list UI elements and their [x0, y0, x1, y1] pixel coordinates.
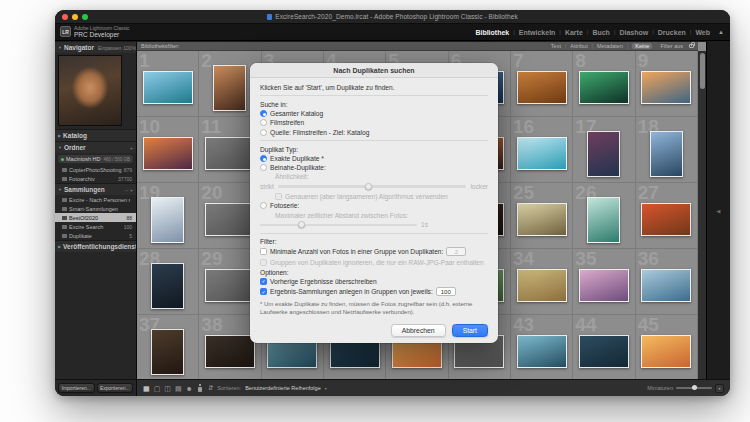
zoom-level-option[interactable]: 100%: [123, 45, 136, 51]
grid-cell[interactable]: 7: [511, 51, 573, 117]
photo-thumbnail[interactable]: [579, 71, 629, 104]
grid-cell[interactable]: 16: [511, 117, 573, 183]
navigator-header[interactable]: ▼ Navigator Einpassen 100%: [55, 42, 136, 53]
sort-value-dropdown[interactable]: Benutzerdefinierte Reihenfolge: [245, 385, 321, 391]
radio-fotoserie[interactable]: Fotoserie:: [260, 202, 488, 209]
remove-collection-icon[interactable]: −: [125, 187, 128, 193]
radio-exakte-duplikate[interactable]: Exakte Duplikate *: [260, 155, 488, 162]
radio-button[interactable]: [260, 202, 267, 209]
radio-button-selected[interactable]: [260, 110, 267, 117]
right-panel-collapsed[interactable]: ◀: [706, 42, 730, 379]
module-bibliothek[interactable]: Bibliothek: [471, 29, 513, 36]
photo-thumbnail[interactable]: [579, 335, 629, 368]
module-buch[interactable]: Buch: [588, 29, 614, 36]
module-drucken[interactable]: Drucken: [654, 29, 690, 36]
grid-cell[interactable]: 34: [511, 249, 573, 315]
grid-cell[interactable]: 43: [511, 315, 573, 379]
collections-panel-header[interactable]: ▼ Sammlungen − +: [55, 183, 136, 195]
grid-cell[interactable]: 9: [636, 51, 698, 117]
grid-cell[interactable]: 36: [636, 249, 698, 315]
grid-cell[interactable]: 27: [636, 183, 698, 249]
min-photos-field[interactable]: 2: [446, 247, 466, 256]
photo-thumbnail[interactable]: [143, 137, 193, 170]
radio-button[interactable]: [260, 129, 267, 136]
radio-button[interactable]: [260, 164, 267, 171]
photo-thumbnail[interactable]: [517, 203, 567, 236]
checkbox-result-collections[interactable]: ✓ Ergebnis-Sammlungen anlegen in Gruppen…: [260, 287, 488, 296]
checkbox-min-photos[interactable]: Minimale Anzahl von Fotos in einer Grupp…: [260, 247, 488, 256]
radio-button-selected[interactable]: [260, 155, 267, 162]
survey-view-icon[interactable]: ▤: [175, 385, 182, 392]
collection-row[interactable]: Smart-Sammlungen: [55, 204, 136, 213]
photo-thumbnail[interactable]: [151, 263, 184, 309]
catalog-panel-header[interactable]: ▶ Katalog: [55, 129, 136, 141]
radio-button[interactable]: [260, 119, 267, 126]
collection-row[interactable]: Excire - Nach Personen suchen: [55, 195, 136, 204]
radio-filmstreifen[interactable]: Filmstreifen: [260, 119, 488, 126]
photo-thumbnail[interactable]: [151, 329, 184, 375]
panel-toggle-icon[interactable]: ▲: [718, 29, 724, 35]
grid-cell[interactable]: 18: [636, 117, 698, 183]
thumbnail-size-slider[interactable]: [676, 387, 712, 389]
export-button[interactable]: Exportieren...: [97, 383, 134, 393]
checkbox-checked[interactable]: ✓: [260, 288, 267, 295]
photo-thumbnail[interactable]: [151, 197, 184, 243]
painter-spray-icon[interactable]: [197, 384, 204, 392]
loupe-view-icon[interactable]: ▢: [154, 385, 161, 392]
grid-cell[interactable]: 8: [573, 51, 635, 117]
grid-cell[interactable]: 10: [137, 117, 199, 183]
add-folder-icon[interactable]: +: [130, 145, 133, 151]
toolbar-options-disclosure[interactable]: ▾: [715, 384, 724, 393]
grid-cell[interactable]: 26: [573, 183, 635, 249]
close-button[interactable]: [62, 14, 68, 20]
grid-cell[interactable]: 17: [573, 117, 635, 183]
grid-cell[interactable]: 37: [137, 315, 199, 379]
start-button[interactable]: Start: [452, 324, 488, 337]
filter-lock-icon[interactable]: [689, 44, 694, 48]
zoom-button[interactable]: [82, 14, 88, 20]
publish-services-panel-header[interactable]: ▶ Veröffentlichungsdienste +: [55, 240, 136, 252]
collection-row[interactable]: Excire Search 100: [55, 222, 136, 231]
zoom-fit-option[interactable]: Einpassen: [98, 45, 121, 51]
module-karte[interactable]: Karte: [561, 29, 587, 36]
import-button[interactable]: Importieren...: [58, 383, 95, 393]
photo-thumbnail[interactable]: [205, 203, 255, 236]
photo-thumbnail[interactable]: [587, 197, 620, 243]
module-entwickeln[interactable]: Entwickeln: [515, 29, 560, 36]
photo-thumbnail[interactable]: [641, 269, 691, 302]
navigator-preview-image[interactable]: [58, 55, 122, 126]
grid-cell[interactable]: 28: [137, 249, 199, 315]
people-view-icon[interactable]: ☻: [186, 385, 193, 392]
filter-state-dropdown[interactable]: Filter aus: [660, 43, 683, 49]
photo-thumbnail[interactable]: [517, 335, 567, 368]
folder-row[interactable]: Fotoarchiv 37700: [55, 174, 136, 183]
checkbox-overwrite-results[interactable]: ✓ Vorherige Ergebnisse überschreiben: [260, 278, 488, 285]
checkbox-checked[interactable]: ✓: [260, 278, 267, 285]
grid-cell[interactable]: 25: [511, 183, 573, 249]
photo-thumbnail[interactable]: [205, 335, 255, 368]
photo-thumbnail[interactable]: [143, 71, 193, 104]
photo-thumbnail[interactable]: [517, 71, 567, 104]
module-web[interactable]: Web: [691, 29, 714, 36]
filter-tab-metadaten[interactable]: Metadaten: [597, 43, 623, 49]
sort-direction-icon[interactable]: ⇵: [208, 384, 213, 392]
photo-thumbnail[interactable]: [205, 137, 255, 170]
collection-row[interactable]: Duplikate 5: [55, 231, 136, 240]
collection-row-selected[interactable]: BestOf2020 88: [55, 213, 136, 222]
photo-thumbnail[interactable]: [641, 71, 691, 104]
checkbox-unchecked[interactable]: [260, 248, 267, 255]
photo-thumbnail[interactable]: [213, 65, 246, 111]
radio-beinahe-duplikate[interactable]: Beinahe-Duplikate:: [260, 164, 488, 171]
cancel-button[interactable]: Abbrechen: [391, 324, 446, 337]
volume-bar[interactable]: Macintosh HD 460 / 500 GB: [58, 155, 133, 163]
photo-thumbnail[interactable]: [641, 203, 691, 236]
photo-thumbnail[interactable]: [650, 131, 683, 177]
radio-gesamter-katalog[interactable]: Gesamter Katalog: [260, 110, 488, 117]
scrollbar-thumb[interactable]: [700, 53, 705, 89]
photo-thumbnail[interactable]: [517, 269, 567, 302]
compare-view-icon[interactable]: ◫: [164, 385, 171, 392]
photo-thumbnail[interactable]: [641, 335, 691, 368]
photo-thumbnail[interactable]: [517, 137, 567, 170]
photo-thumbnail[interactable]: [579, 269, 629, 302]
photo-thumbnail[interactable]: [205, 269, 255, 302]
